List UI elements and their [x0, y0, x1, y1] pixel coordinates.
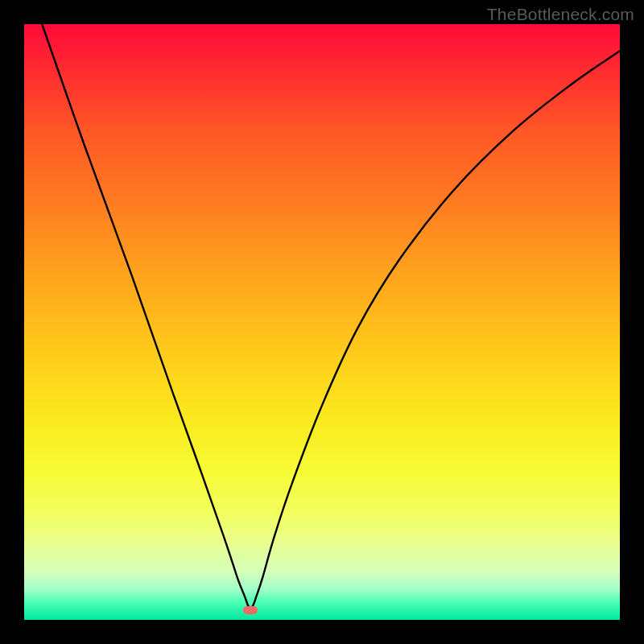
watermark-text: TheBottleneck.com — [487, 5, 634, 24]
bottleneck-curve-path — [42, 24, 620, 609]
bottleneck-curve-svg — [24, 24, 620, 620]
vertex-marker — [243, 606, 258, 614]
chart-stage: TheBottleneck.com — [0, 0, 644, 644]
plot-area — [24, 24, 620, 620]
